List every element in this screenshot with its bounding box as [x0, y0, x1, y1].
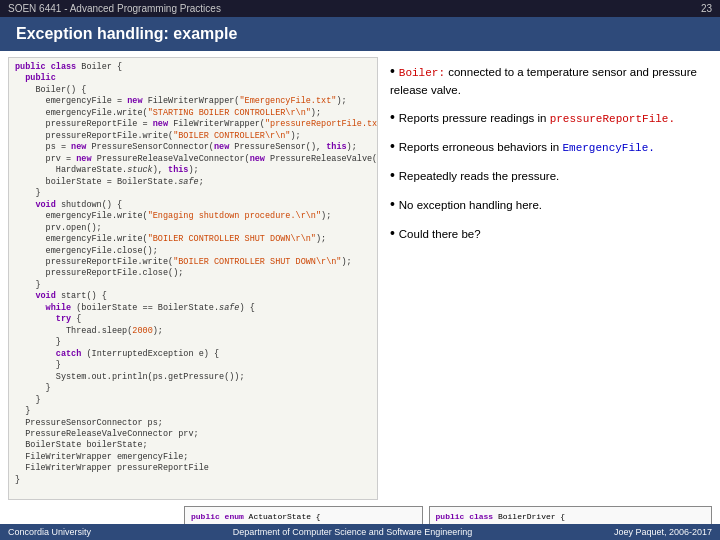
footer-center: Department of Computer Science and Softw…	[233, 527, 473, 537]
bullet-5-text: No exception handling here.	[399, 199, 542, 211]
bullet-1: Boiler: connected to a temperature senso…	[390, 61, 708, 99]
bullet-5: No exception handling here.	[390, 194, 708, 215]
footer-left: Concordia University	[8, 527, 91, 537]
bullet-3-suffix: EmergencyFile.	[562, 142, 654, 154]
bullet-6-text: Could there be?	[399, 228, 481, 240]
right-panel: Boiler: connected to a temperature senso…	[382, 51, 720, 506]
code-panel: public class Boiler { public Boiler() { …	[8, 57, 378, 500]
page-number: 23	[701, 3, 712, 14]
slide-title: Exception handling: example	[0, 17, 720, 51]
footer: Concordia University Department of Compu…	[0, 524, 720, 540]
bullet-3-text: Reports erroneous behaviors in	[399, 141, 563, 153]
bullet-1-prefix: Boiler:	[399, 67, 445, 79]
bullet-2-text: Reports pressure readings in	[399, 112, 550, 124]
bullet-2: Reports pressure readings in pressureRep…	[390, 107, 708, 128]
bullet-2-suffix: pressureReportFile.	[550, 113, 675, 125]
course-title: SOEN 6441 - Advanced Programming Practic…	[8, 3, 221, 14]
bullet-3: Reports erroneous behaviors in Emergency…	[390, 136, 708, 157]
bullet-4: Repeatedly reads the pressure.	[390, 165, 708, 186]
main-content: public class Boiler { public Boiler() { …	[0, 51, 720, 506]
code-text: public class Boiler { public Boiler() { …	[15, 62, 371, 486]
bullet-6: Could there be?	[390, 223, 708, 244]
bullet-4-text: Repeatedly reads the pressure.	[399, 170, 559, 182]
header: SOEN 6441 - Advanced Programming Practic…	[0, 0, 720, 17]
footer-right: Joey Paquet, 2006-2017	[614, 527, 712, 537]
